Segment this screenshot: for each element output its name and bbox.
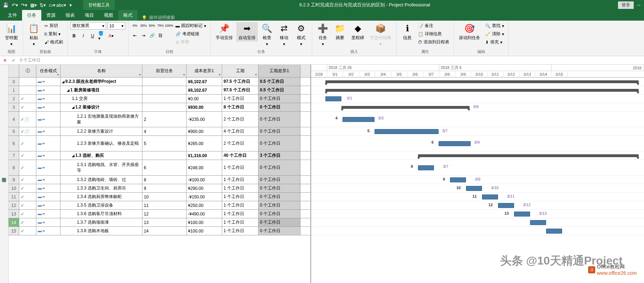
cell[interactable]: 1 个工作日 xyxy=(222,218,258,226)
confirm-icon[interactable]: ✓ xyxy=(11,58,16,63)
cell[interactable]: ▬➜ xyxy=(36,210,61,218)
copy-button[interactable]: ⎘复制▾ xyxy=(43,30,64,38)
mode-button[interactable]: ⚙模式▾ xyxy=(293,22,309,47)
tab-view[interactable]: 视图 xyxy=(99,10,118,21)
add-timeline-button[interactable]: ⏱添加到日程表 xyxy=(417,38,451,46)
tab-file[interactable]: 文件 xyxy=(3,10,22,21)
font-name-combo[interactable]: 微软雅黑▾ xyxy=(70,22,106,30)
cell[interactable]: ✓ 📄 xyxy=(19,112,36,127)
save-icon[interactable]: 💾 xyxy=(3,2,9,8)
gantt-bar[interactable] xyxy=(514,212,530,217)
inactivate-button[interactable]: ⊝停用 xyxy=(174,38,208,46)
cell[interactable]: ¥0.00 xyxy=(187,95,222,103)
underline-button[interactable]: U xyxy=(89,32,96,39)
font-color-button[interactable]: A▾ xyxy=(108,32,115,39)
cell[interactable]: ¥6,102.67 xyxy=(187,86,222,94)
cell[interactable]: 0 xyxy=(9,78,19,86)
cell[interactable]: 0 个工作日 xyxy=(258,127,300,135)
cell[interactable]: 1 个工作日 xyxy=(222,210,258,218)
cell[interactable]: ▬➜ xyxy=(36,160,61,175)
tab-task[interactable]: 任务 xyxy=(22,10,41,21)
gantt-bar[interactable] xyxy=(450,177,466,182)
tell-me-search[interactable]: 💡 操作说明搜索 xyxy=(137,15,179,21)
cell[interactable]: 1 个工作日 xyxy=(222,95,258,103)
qat-icon-1[interactable]: ▦▾ xyxy=(31,2,36,8)
table-row[interactable]: 10✓▬➜1.3.3 选购卫生间、厨房吊9¥290.001 个工作日0 个工作日 xyxy=(9,184,310,193)
find-button[interactable]: 🔍查找▾ xyxy=(484,22,506,30)
tab-resource[interactable]: 资源 xyxy=(41,10,61,21)
cell[interactable]: ✓ xyxy=(19,151,36,160)
respect-links-button[interactable]: 🔗考虑链接 xyxy=(174,30,208,38)
table-row[interactable]: 6✓▬➜1.2.3 装修方案确认、修改及定稿5¥265.002 个工作日0 个工… xyxy=(9,136,310,151)
cell[interactable]: 15 xyxy=(9,227,19,235)
cell[interactable]: ▬➜ xyxy=(36,184,61,192)
login-button[interactable]: 登录 xyxy=(618,1,634,9)
pct-75-button[interactable]: 75% xyxy=(157,22,164,29)
gantt-bar[interactable] xyxy=(375,129,439,134)
cell[interactable]: 0 个工作日 xyxy=(258,193,300,201)
gantt-bar[interactable] xyxy=(439,141,471,146)
cell[interactable]: ▬➜ xyxy=(36,103,61,111)
gantt-bar[interactable] xyxy=(325,96,341,101)
cell[interactable]: 8 xyxy=(142,176,187,184)
table-row[interactable]: 13✓▬➜1.3.6 选购客厅吊顶材料12-¥490.001 个工作日0 个工作… xyxy=(9,210,310,218)
cell[interactable]: ¥1,316.00 xyxy=(187,151,222,160)
summary-button[interactable]: 📁摘要 xyxy=(332,22,348,42)
cell[interactable]: 0 个工作日 xyxy=(258,160,300,175)
cell[interactable]: ✓ xyxy=(19,95,36,103)
cell[interactable] xyxy=(142,151,187,160)
cell[interactable]: 8 个工作日 xyxy=(222,103,258,111)
cell[interactable]: 1.2.2 装修方案设计 xyxy=(61,127,142,135)
cell[interactable]: 2 xyxy=(9,95,19,103)
table-row[interactable]: 12✓▬➜1.3.5 选购卫浴设备11¥250.001 个工作日0 个工作日 xyxy=(9,201,310,210)
gantt-bar[interactable] xyxy=(418,154,639,157)
tab-report[interactable]: 报表 xyxy=(61,10,80,21)
cell[interactable]: ✓ xyxy=(19,201,36,209)
table-row[interactable]: 0▬➜9.2.3 跟连永老师学Project¥6,102.6797.5 个工作日… xyxy=(9,78,310,86)
notes-button[interactable]: 📝备注 xyxy=(417,22,451,30)
cell[interactable]: ✓ xyxy=(19,184,36,192)
minimize-icon[interactable]: ─ xyxy=(637,2,640,7)
cell[interactable]: -¥100.00 xyxy=(187,176,222,184)
cell[interactable]: 0 个工作日 xyxy=(258,201,300,209)
cell[interactable]: 1 个工作日 xyxy=(222,201,258,209)
cell[interactable]: ▬➜ xyxy=(36,95,61,103)
cell[interactable]: 0 个工作日 xyxy=(258,95,300,103)
cell[interactable]: 11 xyxy=(142,201,187,209)
qat-icon-4[interactable]: abc▾ xyxy=(58,2,64,8)
cell[interactable]: ✓ xyxy=(19,227,36,235)
cell[interactable]: 2 xyxy=(142,112,187,127)
cell[interactable]: 0 个工作日 xyxy=(258,136,300,151)
table-row[interactable]: 8✓▬➜1.3.1 选购电线、水管、开关插座等6¥246.001 个工作日0 个… xyxy=(9,160,310,176)
undo-icon[interactable]: ↶▾ xyxy=(12,2,18,8)
cell[interactable]: ✓ xyxy=(19,210,36,218)
cell[interactable]: 1.3.3 选购卫生间、厨房吊 xyxy=(61,184,142,192)
cell[interactable]: 2 个工作日 xyxy=(222,112,258,127)
cell[interactable] xyxy=(142,86,187,94)
gantt-view-button[interactable]: 📊 甘特图▾ xyxy=(3,22,20,47)
cell[interactable]: 9 xyxy=(142,184,187,192)
table-row[interactable]: 9✓▬➜1.3.2 选购地砖、墙砖、过8-¥100.001 个工作日0 个工作日 xyxy=(9,176,310,184)
table-row[interactable]: 7✓▬➜1.3 选材、购买¥1,316.0040 个工作日3 个工作日 xyxy=(9,151,310,160)
cell[interactable]: 6 xyxy=(142,160,187,175)
cell[interactable]: 97.5 个工作日 xyxy=(222,78,258,86)
cell[interactable]: ▬➜ xyxy=(36,112,61,127)
cell[interactable]: ¥290.00 xyxy=(187,184,222,192)
cell[interactable]: ¥6,102.67 xyxy=(187,78,222,86)
tab-format[interactable]: 格式 xyxy=(118,10,137,21)
cell[interactable]: ▬➜ xyxy=(36,86,61,94)
cell[interactable]: 1.3.5 选购卫浴设备 xyxy=(61,201,142,209)
cell[interactable]: 1.3.2 选购地砖、墙砖、过 xyxy=(61,176,142,184)
table-row[interactable]: 5✓ 📄▬➜1.2.2 装修方案设计4¥900.004 个工作日0 个工作日 xyxy=(9,127,310,136)
cell[interactable]: 1.2 装修设计 xyxy=(61,103,142,111)
cell[interactable]: ✓ xyxy=(19,193,36,201)
unlink-button[interactable]: ⛓ xyxy=(157,32,164,39)
pct-25-button[interactable]: 25% xyxy=(140,22,147,29)
manual-schedule-button[interactable]: 📌手动安排 xyxy=(214,22,235,42)
bold-button[interactable]: B xyxy=(70,32,78,39)
cell[interactable]: 3 个工作日 xyxy=(258,151,300,160)
scroll-to-task-button[interactable]: 🎯滚动到任务 xyxy=(457,22,482,42)
cell[interactable]: 1.2.3 装修方案确认、修改及定稿 xyxy=(61,136,142,151)
gantt-bar[interactable] xyxy=(466,186,482,191)
cell[interactable]: ▬➜ xyxy=(36,218,61,226)
